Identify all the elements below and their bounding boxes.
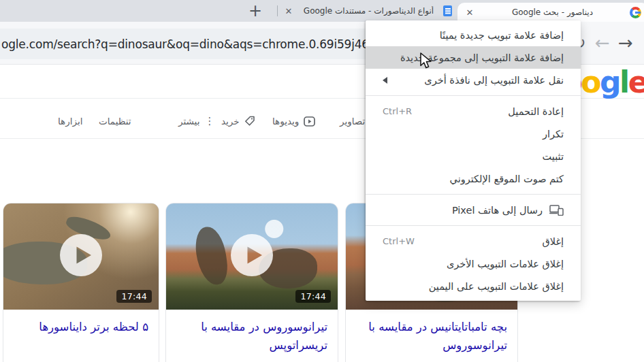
submenu-arrow-icon [383, 77, 387, 84]
menu-item-label: كتم صوت الموقع الإلكتروني [450, 174, 564, 184]
filter-tab-shopping[interactable]: خرید [221, 112, 255, 131]
video-duration-badge: 17:44 [295, 290, 331, 303]
filter-tab-more[interactable]: ⋮ بیشتر [178, 112, 214, 131]
video-thumbnail[interactable]: 17:44 [3, 203, 159, 310]
menu-item-label: إغلاق علامات التبويب الأخرى [447, 259, 564, 269]
back-icon[interactable]: → [614, 31, 637, 54]
menu-item-label: رسال إلى هاتف Pixel [452, 205, 543, 216]
video-card[interactable]: 17:44 تیرانوسوروس در مقایسه با تریسراتوپ… [165, 203, 338, 362]
menu-item-label: إعادة التحميل [508, 106, 564, 117]
forward-icon: ← [591, 31, 614, 54]
logo-letter: g [600, 65, 619, 99]
filter-tab-tools[interactable]: ابزارها [58, 112, 82, 131]
play-icon[interactable] [60, 234, 102, 279]
filter-tab-images[interactable]: تصاویر [340, 112, 365, 131]
menu-separator [366, 225, 581, 226]
video-thumbnail[interactable]: 17:44 [166, 203, 338, 310]
new-tab-button[interactable]: + [245, 1, 265, 20]
tab-title: أنواع الديناصورات - مستندات Google [294, 6, 443, 16]
menu-item-move-tab-to-other-window[interactable]: نقل علامة التبويب إلى نافذة أخرى [366, 69, 581, 91]
menu-item-label: إغلاق علامات التبويب على اليمين [429, 281, 564, 292]
tab-google-docs[interactable]: ✕ أنواع الديناصورات - مستندات Google [278, 0, 457, 22]
filter-label: خرید [221, 116, 240, 127]
menu-item-duplicate[interactable]: تكرار [366, 122, 581, 145]
tab-context-menu: إضافة علامة تبويب جديدة يمينًا إضافة علا… [366, 20, 581, 301]
video-duration-badge: 17:44 [116, 290, 152, 303]
menu-separator [366, 95, 581, 96]
filter-label: تصاویر [340, 116, 365, 127]
logo-letter: o [581, 65, 600, 99]
menu-shortcut: Ctrl+R [383, 106, 412, 116]
filter-label: بیشتر [178, 116, 199, 127]
menu-separator [366, 194, 581, 195]
menu-item-label: تكرار [543, 129, 564, 139]
tab-title: دیناصور - بحث Google [475, 7, 630, 17]
dinosaur-illustration [193, 225, 230, 287]
video-card[interactable]: 17:44 ۵ لحظه برتر دایناسورها [3, 203, 159, 362]
filter-label: ویدیوها [272, 116, 299, 127]
menu-item-close[interactable]: إغلاق Ctrl+W [366, 230, 581, 252]
menu-item-pin[interactable]: تثبيت [366, 145, 581, 167]
filter-tab-settings[interactable]: تنظیمات [99, 112, 131, 131]
video-icon [304, 116, 315, 127]
logo-letter: l [619, 65, 628, 99]
video-title-link[interactable]: تیرانوسوروس در مقایسه با تریسراتوپس [166, 310, 338, 355]
menu-item-send-to-pixel[interactable]: رسال إلى هاتف Pixel [366, 199, 581, 221]
filter-label: ابزارها [58, 116, 82, 127]
menu-item-mute-site[interactable]: كتم صوت الموقع الإلكتروني [366, 167, 581, 190]
browser-window: + ✕ أنواع الديناصورات - مستندات Google ✕… [0, 0, 644, 362]
menu-item-close-tabs-to-right[interactable]: إغلاق علامات التبويب على اليمين [366, 275, 581, 297]
tab-strip: + ✕ أنواع الديناصورات - مستندات Google ✕… [0, 0, 644, 22]
tag-icon [244, 116, 255, 127]
url-text: ogle.com/search?q=dinosaur&oq=dino&aqs=c… [0, 37, 429, 51]
menu-item-label: إضافة علامة تبويب جديدة يمينًا [440, 30, 564, 41]
menu-item-label: إغلاق [542, 236, 564, 247]
logo-letter: e [628, 65, 644, 99]
google-docs-icon [443, 5, 452, 16]
close-icon[interactable]: ✕ [464, 7, 475, 18]
menu-item-label: نقل علامة التبويب إلى نافذة أخرى [424, 75, 564, 86]
menu-shortcut: Ctrl+W [383, 236, 415, 246]
menu-item-new-tab-right[interactable]: إضافة علامة تبويب جديدة يمينًا [366, 24, 581, 46]
menu-item-add-tab-to-new-group[interactable]: إضافة علامة التبويب إلى مجموعة جديدة [366, 46, 581, 69]
play-icon[interactable] [231, 234, 273, 279]
video-title-link[interactable]: ۵ لحظه برتر دایناسورها [3, 310, 159, 337]
close-icon[interactable]: ✕ [283, 5, 294, 16]
mouse-cursor [419, 52, 434, 73]
menu-item-close-other-tabs[interactable]: إغلاق علامات التبويب الأخرى [366, 252, 581, 275]
video-title-link[interactable]: بچه تامباتایتانیس در مقایسه با تیرانوسور… [346, 310, 517, 355]
google-favicon-icon [630, 7, 641, 18]
filter-label: تنظیمات [99, 116, 131, 127]
send-to-device-icon [549, 205, 564, 216]
more-vert-icon: ⋮ [204, 115, 214, 127]
menu-item-reload[interactable]: إعادة التحميل Ctrl+R [366, 100, 581, 122]
filter-tab-videos[interactable]: ویدیوها [272, 112, 315, 131]
menu-item-label: تثبيت [543, 151, 564, 162]
tab-google-search-active[interactable]: ✕ دیناصور - بحث Google [457, 3, 644, 22]
